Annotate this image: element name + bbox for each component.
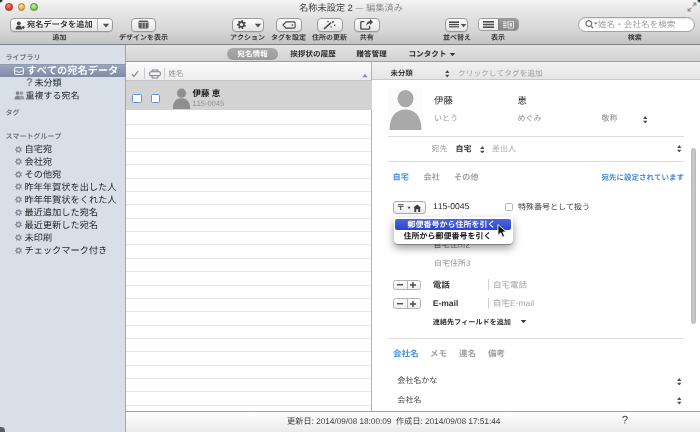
svg-text:?: ? [26, 77, 32, 88]
